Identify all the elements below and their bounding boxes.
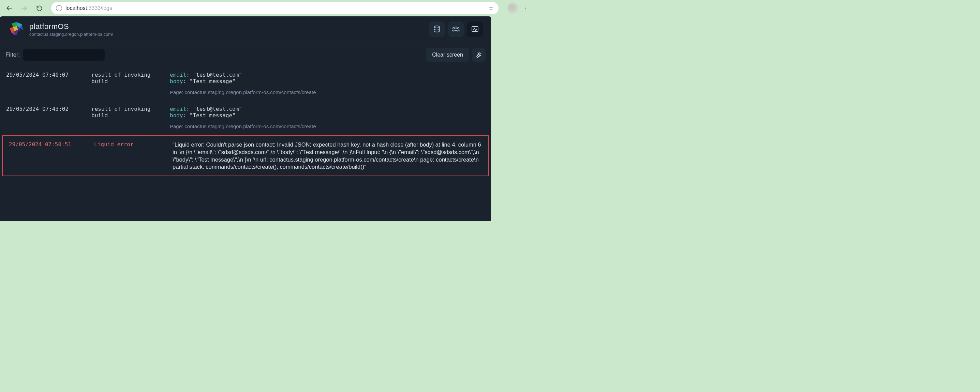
log-label: Liquid error — [94, 141, 173, 171]
svg-marker-2 — [11, 22, 18, 27]
svg-point-13 — [458, 28, 459, 29]
brand-name: platformOS — [29, 22, 113, 31]
profile-avatar[interactable] — [508, 3, 518, 14]
forward-button[interactable] — [18, 2, 31, 15]
site-info-icon[interactable]: i — [56, 5, 62, 11]
log-payload: email: "test@test.com" body: "Test messa… — [170, 71, 485, 95]
svg-point-10 — [434, 26, 439, 28]
browser-nav-bar: i localhost:3333/logs ☆ ⋮ — [0, 0, 535, 16]
log-timestamp: 29/05/2024 07:50:51 — [9, 141, 94, 171]
log-page: Page: contactus.staging.oregon.platform-… — [170, 89, 485, 95]
log-timestamp: 29/05/2024 07:43:02 — [6, 106, 91, 129]
log-row: 29/05/2024 07:40:07 result of invoking b… — [0, 66, 491, 100]
log-label: result of invoking build — [91, 71, 170, 95]
browser-menu-icon[interactable]: ⋮ — [522, 4, 528, 12]
svg-point-11 — [455, 27, 457, 29]
app-root: platformOS contactus.staging.oregon.plat… — [0, 16, 491, 221]
reload-button[interactable] — [33, 2, 46, 15]
activity-icon[interactable] — [467, 21, 483, 37]
platformos-logo — [8, 21, 25, 38]
bookmark-star-icon[interactable]: ☆ — [488, 5, 494, 12]
log-page: Page: contactus.staging.oregon.platform-… — [170, 124, 485, 129]
instance-host: contactus.staging.oregon.platform-os.com… — [29, 32, 113, 37]
filter-label: Filter: — [5, 51, 20, 58]
url-bar[interactable]: i localhost:3333/logs ☆ — [51, 2, 498, 14]
app-header: platformOS contactus.staging.oregon.plat… — [0, 16, 491, 44]
log-payload: email: "test@test.com" body: "Test messa… — [170, 106, 485, 129]
database-icon[interactable] — [429, 21, 445, 37]
users-icon[interactable] — [448, 21, 464, 37]
clear-screen-button[interactable]: Clear screen — [426, 48, 469, 62]
log-row: 29/05/2024 07:43:02 result of invoking b… — [0, 100, 491, 134]
log-error-body: "Liquid error: Couldn't parse json conta… — [173, 141, 482, 171]
svg-marker-5 — [13, 26, 18, 31]
log-timestamp: 29/05/2024 07:40:07 — [6, 71, 91, 95]
url-text: localhost:3333/logs — [65, 5, 112, 11]
svg-point-12 — [453, 28, 455, 29]
back-button[interactable] — [3, 2, 16, 15]
filter-input[interactable] — [23, 49, 105, 61]
log-row-error: 29/05/2024 07:50:51 Liquid error "Liquid… — [2, 135, 489, 176]
filter-bar: Filter: Clear screen — [0, 44, 491, 66]
pin-button[interactable] — [472, 48, 485, 62]
log-label: result of invoking build — [91, 106, 170, 129]
